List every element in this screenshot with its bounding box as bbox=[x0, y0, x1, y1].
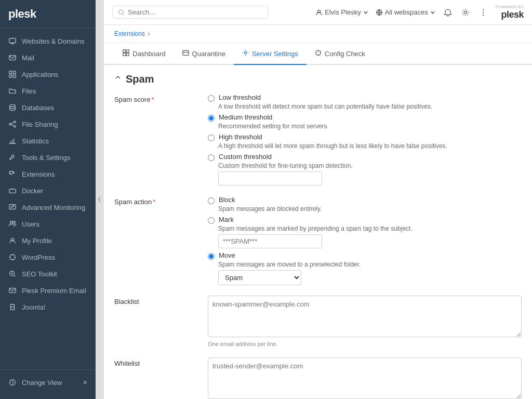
high-threshold-label[interactable]: High threshold bbox=[219, 133, 262, 141]
svg-point-13 bbox=[14, 221, 16, 223]
bell-button[interactable] bbox=[443, 7, 453, 18]
spam-score-options: Low threshold A low threshold will detec… bbox=[208, 94, 522, 185]
mark-action-radio[interactable] bbox=[208, 217, 215, 224]
sidebar-item-label-file-sharing: File Sharing bbox=[22, 121, 58, 128]
more-button[interactable] bbox=[478, 7, 488, 18]
sidebar-item-plesk-premium-email[interactable]: Plesk Premium Email bbox=[0, 282, 96, 299]
topbar-right: Elvis Plesky All webspaces POWERED BY pl… bbox=[315, 5, 524, 20]
sidebar: plesk Websites & Domains Mail Applicatio… bbox=[0, 0, 96, 399]
whitelist-row: Whitelist One email address per line. bbox=[114, 357, 522, 399]
topbar: Elvis Plesky All webspaces POWERED BY pl… bbox=[104, 0, 532, 25]
plesk-logo: POWERED BY plesk bbox=[496, 5, 524, 20]
medium-threshold-radio[interactable] bbox=[208, 115, 215, 122]
sidebar-item-label-docker: Docker bbox=[22, 187, 43, 195]
workspace-label: All webspaces bbox=[385, 8, 428, 16]
svg-rect-27 bbox=[126, 50, 129, 52]
low-threshold-label[interactable]: Low threshold bbox=[219, 94, 261, 101]
folder-icon bbox=[8, 87, 17, 95]
content-area: Spam Spam score* Low threshold A low thr… bbox=[104, 65, 532, 399]
spam-tag-input[interactable] bbox=[218, 234, 322, 248]
custom-threshold-label[interactable]: Custom threshold bbox=[219, 153, 272, 161]
globe-icon bbox=[376, 9, 383, 16]
sidebar-item-mail[interactable]: Mail bbox=[0, 49, 96, 66]
custom-threshold-input[interactable]: 3 bbox=[218, 171, 322, 185]
share-icon bbox=[8, 120, 17, 128]
sidebar-item-label-seo-toolkit: SEO Toolkit bbox=[22, 270, 57, 278]
move-action-label[interactable]: Move bbox=[219, 251, 235, 259]
sidebar-item-docker[interactable]: Docker bbox=[0, 182, 96, 199]
tab-label-quarantine: Quarantine bbox=[192, 50, 225, 58]
sidebar-item-label-files: Files bbox=[22, 87, 36, 95]
sidebar-item-label-plesk-premium-email: Plesk Premium Email bbox=[22, 287, 86, 295]
svg-point-9 bbox=[14, 126, 16, 128]
brand-name: plesk bbox=[8, 7, 36, 21]
sidebar-item-applications[interactable]: Applications bbox=[0, 66, 96, 83]
mail-icon bbox=[8, 54, 17, 62]
svg-rect-26 bbox=[123, 50, 126, 52]
high-threshold-desc: A high threshold will let more spam thro… bbox=[218, 142, 522, 150]
medium-threshold-label[interactable]: Medium threshold bbox=[219, 113, 272, 121]
sidebar-item-databases[interactable]: Databases bbox=[0, 99, 96, 116]
sidebar-item-statistics[interactable]: Statistics bbox=[0, 132, 96, 149]
sidebar-item-wordpress[interactable]: WordPress bbox=[0, 249, 96, 265]
block-action-label[interactable]: Block bbox=[219, 196, 235, 204]
sidebar-item-my-profile[interactable]: My Profile bbox=[0, 232, 96, 249]
svg-point-19 bbox=[119, 10, 123, 14]
monitor-adv-icon bbox=[8, 203, 17, 211]
spam-action-options: Block Spam messages are blocked entirely… bbox=[208, 196, 522, 285]
sidebar-item-joomla[interactable]: Joomla! bbox=[0, 299, 96, 315]
change-view-item[interactable]: Change View × bbox=[0, 374, 96, 391]
move-action-radio[interactable] bbox=[208, 253, 215, 260]
spam-action-row: Spam action* Block Spam messages are blo… bbox=[114, 196, 522, 285]
search-input[interactable] bbox=[128, 8, 262, 16]
workspace-menu[interactable]: All webspaces bbox=[376, 8, 435, 16]
svg-point-7 bbox=[14, 121, 16, 123]
sidebar-item-tools-settings[interactable]: Tools & Settings bbox=[0, 149, 96, 166]
mark-action-label[interactable]: Mark bbox=[219, 216, 234, 223]
radio-medium-threshold: Medium threshold Recommended setting for… bbox=[208, 113, 522, 130]
sidebar-item-label-wordpress: WordPress bbox=[22, 254, 55, 261]
spam-section-header[interactable]: Spam bbox=[104, 65, 532, 89]
block-action-radio[interactable] bbox=[208, 197, 215, 204]
mark-action-desc: Spam messages are marked by prepending a… bbox=[218, 225, 522, 232]
blacklist-label-cell: Blacklist bbox=[114, 296, 208, 347]
low-threshold-radio[interactable] bbox=[208, 95, 215, 102]
sidebar-bottom: Change View × bbox=[0, 369, 96, 399]
close-icon[interactable]: × bbox=[83, 378, 87, 387]
radio-block-action: Block Spam messages are blocked entirely… bbox=[208, 196, 522, 212]
gear-button[interactable] bbox=[460, 7, 471, 18]
sidebar-item-extensions[interactable]: Extensions bbox=[0, 166, 96, 182]
svg-rect-28 bbox=[123, 53, 126, 56]
sidebar-item-file-sharing[interactable]: File Sharing bbox=[0, 116, 96, 132]
tab-label-dashboard: Dashboard bbox=[132, 50, 166, 58]
sidebar-item-users[interactable]: Users bbox=[0, 216, 96, 232]
seo-icon bbox=[8, 270, 17, 278]
block-action-desc: Spam messages are blocked entirely. bbox=[218, 205, 522, 212]
sidebar-item-seo-toolkit[interactable]: SEO Toolkit bbox=[0, 265, 96, 282]
tab-server-settings[interactable]: Server Settings bbox=[234, 43, 307, 65]
whitelist-textarea[interactable] bbox=[208, 357, 522, 399]
tab-dashboard[interactable]: Dashboard bbox=[114, 43, 174, 65]
sidebar-item-label-joomla: Joomla! bbox=[22, 303, 46, 311]
sidebar-item-advanced-monitoring[interactable]: Advanced Monitoring bbox=[0, 199, 96, 216]
tab-icon-dashboard bbox=[123, 49, 129, 58]
sidebar-item-websites-domains[interactable]: Websites & Domains bbox=[0, 33, 96, 49]
sidebar-item-files[interactable]: Files bbox=[0, 83, 96, 99]
search-box[interactable] bbox=[112, 6, 268, 19]
collapse-icon bbox=[114, 76, 122, 83]
ws-chevron-icon bbox=[430, 10, 435, 15]
sidebar-item-label-users: Users bbox=[22, 220, 39, 228]
high-threshold-radio[interactable] bbox=[208, 135, 215, 141]
custom-threshold-radio[interactable] bbox=[208, 154, 215, 161]
radio-low-threshold: Low threshold A low threshold will detec… bbox=[208, 94, 522, 110]
tab-quarantine[interactable]: Quarantine bbox=[174, 43, 234, 65]
tools-icon bbox=[8, 153, 17, 162]
move-folder-select[interactable]: Spam bbox=[218, 270, 301, 285]
tabs-bar: Dashboard Quarantine Server Settings Con… bbox=[104, 43, 532, 65]
tab-config-check[interactable]: Config Check bbox=[307, 43, 374, 65]
custom-threshold-desc: Custom threshold for fine-tuning spam de… bbox=[218, 162, 522, 169]
sidebar-collapse-button[interactable] bbox=[96, 0, 104, 399]
blacklist-textarea[interactable] bbox=[208, 296, 522, 337]
user-menu[interactable]: Elvis Plesky bbox=[315, 8, 368, 16]
breadcrumb-extensions-link[interactable]: Extensions bbox=[114, 30, 145, 37]
